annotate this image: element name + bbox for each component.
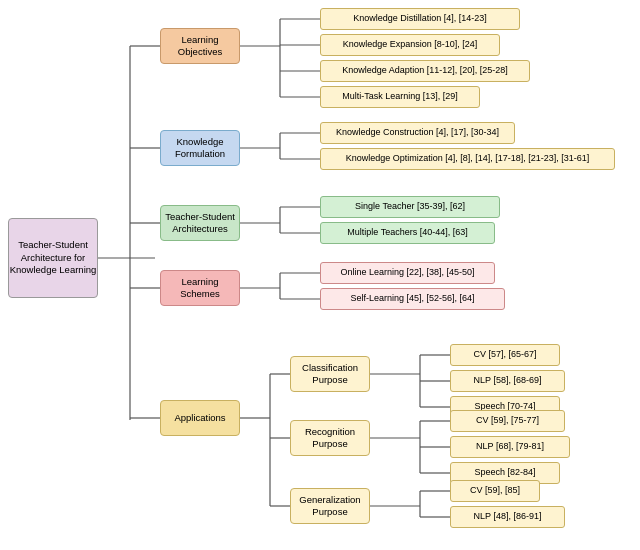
leaf-nlp2: NLP [68], [79-81] xyxy=(450,436,570,458)
subcat-classification: Classification Purpose xyxy=(290,356,370,392)
category-learning-schemes: Learning Schemes xyxy=(160,270,240,306)
leaf-knowledge-distillation: Knowledge Distillation [4], [14-23] xyxy=(320,8,520,30)
leaf-self-learning: Self-Learning [45], [52-56], [64] xyxy=(320,288,505,310)
category-ts-architectures: Teacher-Student Architectures xyxy=(160,205,240,241)
leaf-knowledge-adaption: Knowledge Adaption [11-12], [20], [25-28… xyxy=(320,60,530,82)
leaf-nlp3: NLP [48], [86-91] xyxy=(450,506,565,528)
category-applications: Applications xyxy=(160,400,240,436)
leaf-multiple-teachers: Multiple Teachers [40-44], [63] xyxy=(320,222,495,244)
subcat-recognition: Recognition Purpose xyxy=(290,420,370,456)
category-learning-objectives: Learning Objectives xyxy=(160,28,240,64)
category-knowledge-formulation: Knowledge Formulation xyxy=(160,130,240,166)
diagram: Teacher-Student Architecture for Knowled… xyxy=(0,0,640,550)
leaf-cv3: CV [59], [85] xyxy=(450,480,540,502)
subcat-generalization: Generalization Purpose xyxy=(290,488,370,524)
leaf-knowledge-construction: Knowledge Construction [4], [17], [30-34… xyxy=(320,122,515,144)
leaf-knowledge-expansion: Knowledge Expansion [8-10], [24] xyxy=(320,34,500,56)
leaf-nlp1: NLP [58], [68-69] xyxy=(450,370,565,392)
leaf-cv1: CV [57], [65-67] xyxy=(450,344,560,366)
leaf-single-teacher: Single Teacher [35-39], [62] xyxy=(320,196,500,218)
leaf-cv2: CV [59], [75-77] xyxy=(450,410,565,432)
leaf-multi-task-learning: Multi-Task Learning [13], [29] xyxy=(320,86,480,108)
leaf-knowledge-optimization: Knowledge Optimization [4], [8], [14], [… xyxy=(320,148,615,170)
leaf-online-learning: Online Learning [22], [38], [45-50] xyxy=(320,262,495,284)
root-node: Teacher-Student Architecture for Knowled… xyxy=(8,218,98,298)
